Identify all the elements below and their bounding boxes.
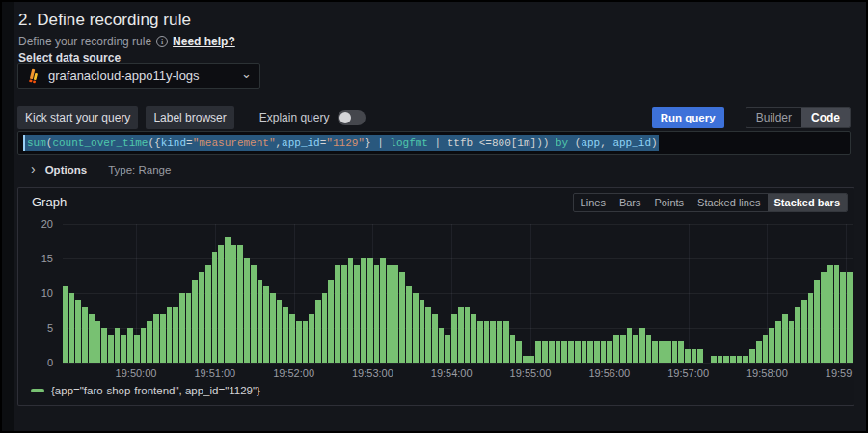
stacked-bar — [607, 341, 612, 363]
graph-panel: Graph Lines Bars Points Stacked lines St… — [17, 187, 854, 406]
kick-start-query-button[interactable]: Kick start your query — [17, 106, 138, 129]
x-tick-label: 19:55:00 — [510, 367, 552, 379]
stacked-bar — [89, 314, 95, 363]
explain-query-toggle[interactable] — [338, 110, 366, 125]
stacked-bar — [451, 314, 457, 363]
stacked-bar — [425, 307, 431, 363]
stacked-bar — [108, 335, 114, 363]
graph-mode-lines[interactable]: Lines — [574, 194, 612, 211]
stacked-bar — [549, 341, 555, 363]
stacked-bar — [633, 335, 638, 363]
query-editor-input[interactable]: sum(count_over_time({kind="measurement",… — [17, 131, 851, 155]
stacked-bar — [141, 328, 147, 363]
editor-mode-builder[interactable]: Builder — [746, 108, 801, 127]
stacked-bar — [782, 314, 788, 363]
stacked-bar — [821, 272, 827, 363]
stacked-bar — [153, 314, 159, 363]
stacked-bar — [503, 321, 509, 363]
stacked-bar — [322, 293, 328, 363]
stacked-bar — [769, 328, 774, 363]
loki-datasource-icon — [26, 68, 41, 84]
run-query-button[interactable]: Run query — [652, 107, 724, 128]
stacked-bar — [556, 341, 561, 363]
stacked-bar — [413, 293, 419, 363]
stacked-bar — [814, 280, 820, 363]
plot-area[interactable] — [63, 224, 853, 363]
stacked-bar — [160, 314, 166, 363]
stacked-bar — [535, 341, 541, 363]
stacked-bar — [594, 341, 600, 363]
stacked-bar — [847, 272, 853, 363]
stacked-bar — [205, 265, 211, 363]
stacked-bar — [335, 265, 340, 363]
stacked-bar — [490, 321, 496, 363]
stacked-bar — [406, 286, 412, 363]
stacked-bar — [627, 328, 633, 363]
stacked-bar — [465, 307, 471, 363]
stacked-bar — [652, 341, 658, 363]
stacked-bar — [115, 328, 121, 363]
stacked-bar — [315, 300, 321, 363]
graph-mode-stacked-bars[interactable]: Stacked bars — [768, 194, 847, 211]
toggle-knob — [339, 112, 351, 123]
stacked-bar — [692, 349, 697, 363]
stacked-bar — [289, 314, 295, 363]
x-tick-label: 19:51:00 — [194, 367, 235, 379]
stacked-bar — [225, 237, 231, 363]
stacked-bar — [367, 258, 373, 363]
stacked-bar — [529, 356, 535, 363]
label-browser-button[interactable]: Label browser — [146, 106, 233, 129]
x-tick-label: 19:52:00 — [273, 367, 314, 379]
stacked-bar — [277, 300, 283, 363]
stacked-bar — [718, 356, 723, 363]
stacked-bar — [127, 328, 133, 363]
graph-mode-bars[interactable]: Bars — [612, 194, 648, 211]
stacked-bar — [756, 341, 762, 363]
stacked-bar — [471, 314, 476, 363]
stacked-bar — [354, 265, 360, 363]
y-axis-labels: 05101520 — [18, 224, 57, 363]
stacked-bar — [639, 328, 645, 363]
x-tick-label: 19:50:00 — [116, 367, 157, 379]
stacked-bar — [147, 321, 152, 363]
stacked-bar — [737, 356, 743, 363]
stacked-bar — [399, 272, 405, 363]
stacked-bar — [393, 265, 399, 363]
chevron-down-icon: ⌄ — [241, 70, 252, 78]
stacked-bar — [361, 258, 366, 363]
datasource-name: grafanacloud-appo11y-logs — [48, 68, 234, 83]
stacked-bar — [186, 293, 192, 363]
query-toolbar: Kick start your query Label browser Expl… — [17, 106, 851, 129]
stacked-bar — [75, 300, 81, 363]
graph-mode-points[interactable]: Points — [648, 194, 692, 211]
stacked-bar — [283, 307, 288, 363]
stacked-bar — [587, 341, 593, 363]
stacked-bar — [685, 349, 691, 363]
legend-series-color — [31, 389, 44, 392]
stacked-bar — [795, 307, 800, 363]
stacked-bar — [749, 349, 755, 363]
stacked-bar — [237, 245, 243, 363]
stacked-bar — [251, 265, 257, 363]
need-help-link[interactable]: Need help? — [173, 35, 235, 48]
datasource-select[interactable]: grafanacloud-appo11y-logs ⌄ — [17, 63, 260, 89]
editor-mode-switch: Builder Code — [746, 107, 851, 128]
legend-item[interactable]: {app="faro-shop-frontend", app_id="1129"… — [31, 385, 260, 396]
stacked-bar — [69, 293, 75, 363]
stacked-bar — [374, 265, 380, 363]
page-subtitle: Define your recording rule — [18, 35, 151, 48]
stacked-bar — [510, 335, 516, 363]
query-options-expander[interactable]: › Options Type: Range — [17, 159, 851, 180]
explain-query-label: Explain query — [259, 111, 330, 124]
editor-mode-code[interactable]: Code — [801, 108, 850, 127]
graph-mode-stacked-lines[interactable]: Stacked lines — [691, 194, 767, 211]
stacked-bar — [723, 356, 729, 363]
stacked-bar — [477, 321, 483, 363]
info-circle-icon: i — [156, 36, 168, 47]
stacked-bar — [218, 245, 224, 363]
x-tick-label: 19:54:00 — [431, 367, 473, 379]
options-label: Options — [45, 164, 87, 176]
stacked-bar — [575, 341, 581, 363]
x-tick-label: 19:58:00 — [746, 367, 788, 379]
stacked-bar — [296, 321, 302, 363]
